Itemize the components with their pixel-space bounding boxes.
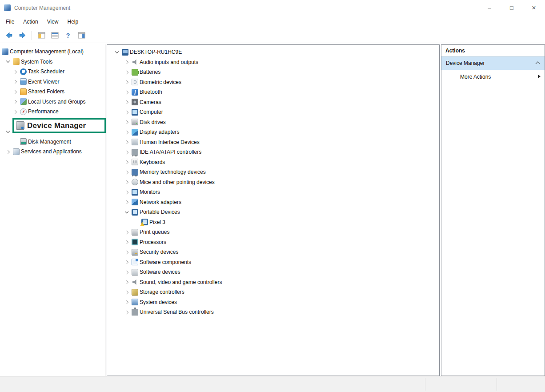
- device-tree-item-mice-and-other-pointing-devices[interactable]: Mice and other pointing devices: [107, 177, 439, 188]
- minimize-button[interactable]: –: [478, 0, 501, 16]
- chevron-right-icon[interactable]: [123, 268, 130, 276]
- device-tree-item-audio-inputs-and-outputs[interactable]: Audio inputs and outputs: [107, 57, 439, 68]
- device-tree-item-memory-technology-devices[interactable]: Memory technology devices: [107, 167, 439, 177]
- chevron-right-icon[interactable]: [123, 79, 130, 86]
- chevron-right-icon[interactable]: [123, 88, 130, 96]
- ide-icon: [132, 149, 138, 156]
- device-tree-item-universal-serial-bus-controllers[interactable]: Universal Serial Bus controllers: [107, 307, 439, 317]
- device-tree-item-system-devices[interactable]: System devices: [107, 297, 439, 308]
- chevron-right-icon[interactable]: [123, 308, 130, 316]
- tree-item-label: Storage controllers: [140, 289, 184, 295]
- console-tree-pane-icon: [38, 32, 45, 39]
- chevron-right-icon[interactable]: [12, 108, 19, 115]
- device-tree-item-storage-controllers[interactable]: Storage controllers: [107, 287, 439, 297]
- tree-item-label: Event Viewer: [28, 79, 59, 85]
- device-tree-item-batteries[interactable]: Batteries: [107, 67, 439, 77]
- chevron-right-icon[interactable]: [123, 108, 130, 116]
- chevron-right-icon[interactable]: [123, 188, 130, 196]
- console-tree-item-performance[interactable]: Performance: [0, 107, 105, 117]
- device-tree-item-software-components[interactable]: Software components: [107, 257, 439, 268]
- chevron-right-icon[interactable]: [123, 99, 130, 106]
- show-hide-action-pane-button[interactable]: [76, 30, 87, 41]
- console-tree-item-computer-management-local[interactable]: Computer Management (Local): [0, 47, 105, 57]
- chevron-right-icon[interactable]: [123, 59, 130, 66]
- device-tree-item-ide-ata-atapi-controllers[interactable]: IDE ATA/ATAPI controllers: [107, 147, 439, 157]
- back-button[interactable]: [4, 30, 14, 41]
- device-tree-item-display-adapters[interactable]: Display adapters: [107, 127, 439, 137]
- chevron-right-icon[interactable]: [123, 119, 130, 126]
- console-tree-item-shared-folders[interactable]: Shared Folders: [0, 87, 105, 97]
- console-tree-item-event-viewer[interactable]: Event Viewer: [0, 77, 105, 87]
- chevron-right-icon[interactable]: [123, 288, 130, 296]
- menu-view[interactable]: View: [43, 17, 63, 27]
- chevron-right-icon[interactable]: [123, 279, 130, 286]
- device-tree-item-computer[interactable]: Computer: [107, 107, 439, 117]
- help-button[interactable]: ?: [63, 30, 73, 41]
- chevron-down-icon[interactable]: [123, 208, 130, 216]
- console-tree-item-local-users-and-groups[interactable]: Local Users and Groups: [0, 97, 105, 107]
- status-bar: [0, 376, 545, 392]
- device-tree-item-processors[interactable]: Processors: [107, 237, 439, 248]
- chevron-right-icon[interactable]: [123, 299, 130, 306]
- device-tree-item-cameras[interactable]: Cameras: [107, 97, 439, 108]
- services-icon: [13, 148, 20, 155]
- tree-item-label: Software components: [140, 259, 191, 265]
- chevron-right-icon[interactable]: [123, 139, 130, 146]
- device-tree-pane: DESKTOP-RU1HC9EAudio inputs and outputsB…: [107, 44, 440, 376]
- menu-file[interactable]: File: [1, 17, 19, 27]
- console-tree-item-disk-management[interactable]: Disk Management: [0, 137, 105, 147]
- chevron-right-icon[interactable]: [12, 98, 19, 105]
- device-tree-item-disk-drives[interactable]: Disk drives: [107, 117, 439, 128]
- chevron-right-icon[interactable]: [123, 148, 130, 156]
- chevron-right-icon[interactable]: [123, 179, 130, 186]
- console-tree-item-services-and-applications[interactable]: Services and Applications: [0, 147, 105, 157]
- menu-action[interactable]: Action: [19, 17, 42, 27]
- device-tree-item-print-queues[interactable]: Print queues: [107, 227, 439, 237]
- chevron-right-icon[interactable]: [4, 148, 12, 155]
- annotation-highlight-device-manager[interactable]: Device Manager: [12, 118, 106, 133]
- chevron-right-icon[interactable]: [12, 88, 19, 95]
- chevron-right-icon[interactable]: [123, 259, 130, 266]
- device-tree-item-biometric-devices[interactable]: Biometric devices: [107, 77, 439, 88]
- chevron-down-icon[interactable]: [113, 48, 120, 56]
- chevron-up-icon[interactable]: [536, 61, 540, 65]
- menu-help[interactable]: Help: [63, 17, 83, 27]
- event-viewer-icon: [20, 78, 27, 85]
- chevron-down-icon[interactable]: [4, 128, 12, 135]
- chevron-down-icon[interactable]: [4, 58, 12, 65]
- device-tree-item-sound-video-and-game-controllers[interactable]: Sound, video and game controllers: [107, 277, 439, 288]
- forward-button[interactable]: [17, 30, 28, 41]
- chevron-right-icon[interactable]: [123, 159, 130, 166]
- console-tree-item-task-scheduler[interactable]: Task Scheduler: [0, 67, 105, 77]
- device-tree-item-monitors[interactable]: Monitors: [107, 187, 439, 197]
- biometric-icon: [132, 79, 138, 85]
- chevron-right-icon[interactable]: [12, 78, 19, 85]
- device-tree-item-human-interface-devices[interactable]: Human Interface Devices: [107, 137, 439, 148]
- chevron-right-icon[interactable]: [123, 128, 130, 136]
- show-hide-console-tree-button[interactable]: [36, 30, 47, 41]
- maximize-button[interactable]: □: [501, 0, 523, 16]
- device-tree-item-security-devices[interactable]: Security devices: [107, 247, 439, 257]
- device-tree-item-desktop-ru1hc9e[interactable]: DESKTOP-RU1HC9E: [107, 47, 439, 57]
- tree-item-label: Universal Serial Bus controllers: [140, 309, 214, 315]
- chevron-right-icon[interactable]: [123, 228, 130, 236]
- device-tree-item-bluetooth[interactable]: Bluetooth: [107, 87, 439, 97]
- device-tree-item-keyboards[interactable]: Keyboards: [107, 157, 439, 168]
- chevron-right-icon[interactable]: [12, 68, 19, 75]
- more-actions-item[interactable]: More Actions: [441, 70, 545, 84]
- chevron-right-icon[interactable]: [123, 68, 130, 76]
- chevron-right-icon[interactable]: [123, 168, 130, 176]
- console-tree-pane: Computer Management (Local)System ToolsT…: [0, 44, 105, 376]
- console-tree-item-system-tools[interactable]: System Tools: [0, 57, 105, 67]
- device-tree-item-pixel-3[interactable]: Pixel 3: [107, 217, 439, 228]
- device-tree-item-network-adapters[interactable]: Network adapters: [107, 197, 439, 208]
- properties-button[interactable]: [49, 30, 60, 41]
- chevron-right-icon[interactable]: [123, 199, 130, 206]
- device-tree-item-portable-devices[interactable]: Portable Devices: [107, 207, 439, 217]
- actions-section-device-manager[interactable]: Device Manager: [441, 56, 545, 70]
- memory-icon: [132, 169, 138, 176]
- chevron-right-icon[interactable]: [123, 239, 130, 246]
- device-tree-item-software-devices[interactable]: Software devices: [107, 267, 439, 277]
- chevron-right-icon[interactable]: [123, 248, 130, 256]
- close-button[interactable]: ×: [523, 0, 545, 16]
